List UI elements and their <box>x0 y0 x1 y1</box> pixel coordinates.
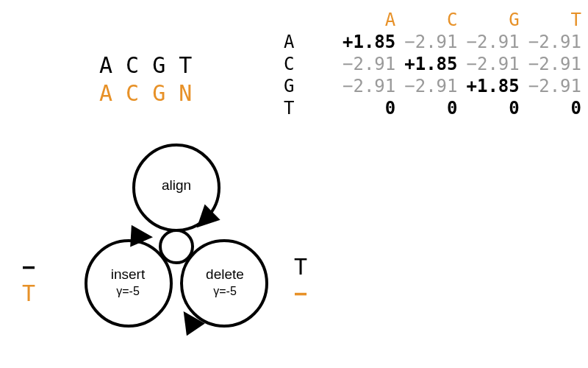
matrix-cell: 0 <box>385 97 395 119</box>
matrix-cell: −2.91 <box>467 53 520 75</box>
right-side-pair: T − <box>294 254 307 307</box>
matrix-cell: −2.91 <box>343 53 395 75</box>
matrix-header-row: A C G T <box>279 9 586 31</box>
align-title: align <box>162 177 191 193</box>
matrix-cell: +1.85 <box>467 75 520 97</box>
seq-letter: T <box>179 52 205 78</box>
delete-label: delete γ=-5 <box>206 266 244 299</box>
matrix-row-label: T <box>279 97 338 119</box>
matrix-cell: −2.91 <box>467 31 520 53</box>
matrix-col-label: G <box>462 9 524 31</box>
matrix-row-label: G <box>279 75 338 97</box>
sequence-top: ACGT <box>99 52 205 79</box>
delete-title: delete <box>206 266 244 282</box>
matrix-row-label: A <box>279 31 338 53</box>
seq-letter: N <box>179 80 205 106</box>
seq-letter: C <box>126 80 152 106</box>
sequence-bottom: ACGN <box>99 79 205 107</box>
delete-gamma: γ=-5 <box>213 285 237 297</box>
score-matrix: A C G T A +1.85 −2.91 −2.91 −2.91 C −2.9… <box>279 9 586 119</box>
matrix-cell: −2.91 <box>528 75 581 97</box>
matrix-cell: 0 <box>447 97 457 119</box>
base-letter: T <box>294 254 307 280</box>
matrix-row: A +1.85 −2.91 −2.91 −2.91 <box>279 31 586 53</box>
hub-circle <box>160 230 193 263</box>
matrix-row: T 0 0 0 0 <box>279 97 586 119</box>
matrix-col-label: A <box>338 9 400 31</box>
left-side-pair: − T <box>22 254 35 307</box>
seq-letter: G <box>152 80 179 106</box>
insert-title: insert <box>111 266 145 282</box>
seq-letter: A <box>99 80 126 106</box>
matrix-cell: −2.91 <box>528 31 581 53</box>
seq-letter: C <box>126 52 152 78</box>
matrix-cell: +1.85 <box>343 31 395 53</box>
insert-label: insert γ=-5 <box>111 266 145 299</box>
state-diagram-svg <box>44 125 309 361</box>
seq-letter: G <box>152 52 179 78</box>
matrix-row-label: C <box>279 53 338 75</box>
insert-gamma: γ=-5 <box>116 285 140 297</box>
seq-letter: A <box>99 52 126 78</box>
matrix-cell: −2.91 <box>404 31 457 53</box>
align-label: align <box>162 177 191 194</box>
matrix-cell: +1.85 <box>404 53 457 75</box>
matrix-cell: 0 <box>571 97 581 119</box>
state-diagram: align insert γ=-5 delete γ=-5 <box>44 125 309 361</box>
matrix-row: C −2.91 +1.85 −2.91 −2.91 <box>279 53 586 75</box>
sequence-pair: ACGT ACGN <box>99 52 205 107</box>
matrix-col-label: C <box>400 9 462 31</box>
matrix-cell: −2.91 <box>404 75 457 97</box>
matrix-cell: −2.91 <box>528 53 581 75</box>
gap-symbol: − <box>294 280 307 307</box>
matrix-corner <box>279 9 338 31</box>
matrix-row: G −2.91 −2.91 +1.85 −2.91 <box>279 75 586 97</box>
score-matrix-table: A C G T A +1.85 −2.91 −2.91 −2.91 C −2.9… <box>279 9 586 119</box>
delete-arrow-icon <box>186 315 195 325</box>
insert-arrow-icon <box>132 237 148 239</box>
matrix-cell: 0 <box>509 97 519 119</box>
base-letter: T <box>22 280 35 307</box>
matrix-col-label: T <box>524 9 586 31</box>
gap-symbol: − <box>22 254 35 280</box>
matrix-cell: −2.91 <box>343 75 395 97</box>
